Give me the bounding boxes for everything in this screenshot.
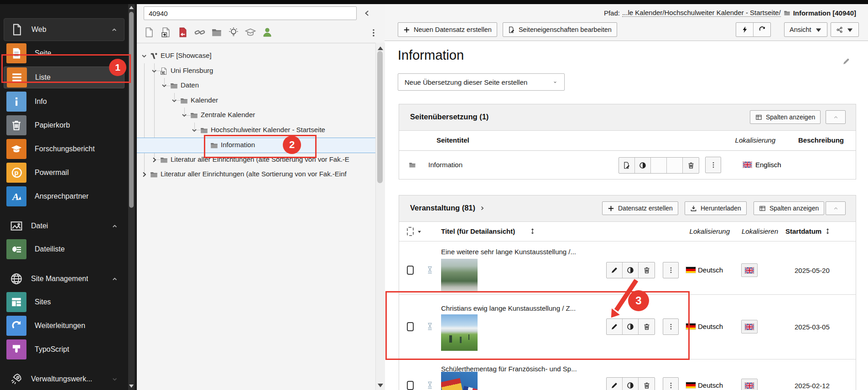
delete-record-button[interactable] [639, 262, 655, 278]
more-vertical-icon [710, 161, 717, 169]
collapse-panel-button[interactable] [826, 110, 846, 124]
tree-node[interactable]: Hochschulweiter Kalender - Startseite [137, 123, 375, 138]
sort-icon[interactable] [530, 228, 535, 235]
delete-record-button[interactable] [639, 378, 655, 390]
sidebar-item-sites[interactable]: Sites [4, 292, 125, 313]
scroll-down-icon[interactable] [378, 384, 383, 387]
edit-record-button[interactable] [607, 262, 623, 278]
clear-cache-button[interactable] [736, 23, 753, 36]
tree-expander-icon[interactable] [140, 52, 148, 60]
delete-record-button[interactable] [639, 319, 655, 334]
scroll-down-icon[interactable] [129, 385, 134, 388]
tree-node[interactable]: Zentrale Kalender [137, 108, 375, 123]
delete-record-button[interactable] [683, 158, 699, 173]
tree-expander-icon[interactable] [151, 156, 158, 164]
more-actions-button[interactable] [705, 157, 721, 173]
page-translation-panel: Seitenübersetzung (1) Spalten anzeigen S… [399, 104, 856, 180]
tree-node[interactable]: Literatur aller Einrichtungen (alte Sort… [137, 167, 375, 182]
row-checkbox[interactable] [407, 266, 414, 275]
more-actions-button[interactable] [663, 262, 679, 278]
sidebar-item-seite[interactable]: Seite [4, 43, 125, 64]
collapse-panel-button[interactable] [826, 201, 846, 215]
tree-node[interactable]: Uni Flensburg [137, 64, 375, 78]
create-record-button[interactable]: Datensatz erstellen [602, 201, 678, 215]
localize-english-button[interactable] [741, 379, 758, 390]
select-all-checkbox[interactable] [407, 227, 414, 236]
record-title[interactable]: Christians ewig lange Kunstausstellung /… [441, 304, 576, 312]
show-columns-button[interactable]: Spalten anzeigen [754, 201, 824, 215]
more-vertical-icon [668, 382, 674, 389]
folder-icon [783, 10, 791, 16]
hide-record-button[interactable] [623, 319, 639, 334]
tree-expander-icon[interactable] [151, 67, 158, 75]
tree-node[interactable]: Daten [137, 78, 375, 93]
more-actions-button[interactable] [663, 318, 679, 335]
column-titel[interactable]: Titel (für Detailansicht) [441, 227, 515, 235]
tree-node-icon [170, 82, 178, 90]
sidebar-item-forschungsbericht[interactable]: Forschungsbericht [4, 139, 125, 159]
row-checkbox[interactable] [407, 322, 414, 331]
tree-expander-icon[interactable] [181, 112, 188, 119]
sidebar-item-info[interactable]: Info [4, 91, 125, 112]
edit-page-properties-button[interactable]: Seiteneigenschaften bearbeiten [503, 22, 617, 37]
edit-record-button[interactable] [607, 319, 623, 334]
column-startdatum[interactable]: Startdatum [785, 227, 821, 235]
localize-english-button[interactable] [741, 263, 758, 277]
record-title[interactable]: Eine weitere sehr lange Kunstausstellung… [441, 248, 576, 256]
sidebar-item-datei[interactable]: Datei [4, 215, 125, 237]
sidebar-item-dateiliste[interactable]: Dateiliste [4, 239, 125, 260]
view-button[interactable]: Ansicht [784, 22, 827, 37]
trash-icon [643, 382, 650, 389]
sidebar-item-verwaltungswerk[interactable]: Verwaltungswerk... [4, 368, 125, 390]
tree-node[interactable]: EUF [Showcase] [137, 49, 375, 63]
sidebar-scroll-thumb[interactable] [129, 12, 134, 208]
sidebar-item-papierkorb[interactable]: Papierkorb [4, 115, 125, 136]
new-record-button[interactable]: Neuen Datensatz erstellen [398, 22, 497, 37]
caret-down-icon[interactable] [417, 230, 421, 233]
chevron-icon[interactable] [111, 276, 118, 282]
path-link[interactable]: ...le Kalender/Hochschulweiter Kalender … [622, 9, 781, 17]
edit-record-button[interactable] [619, 158, 635, 173]
edit-title-icon[interactable] [842, 57, 850, 65]
tree-expander-icon[interactable] [161, 82, 168, 89]
share-button[interactable] [831, 22, 859, 37]
tree-expander-icon[interactable] [191, 127, 198, 134]
sidebar-item-site-management[interactable]: Site Management [4, 268, 125, 290]
localize-english-button[interactable] [741, 320, 758, 334]
tree-node[interactable]: Kalender [137, 93, 375, 108]
sidebar-item-ansprechpartner[interactable]: A Ansprechpartner [4, 186, 125, 207]
sidebar-item-typoscript[interactable]: TypoScript [4, 339, 125, 360]
tree-node-icon [160, 156, 168, 164]
chevron-icon[interactable] [111, 26, 118, 33]
tree-node[interactable]: Literatur aller Einrichtungen (alte Sort… [137, 153, 375, 167]
show-columns-button[interactable]: Spalten anzeigen [750, 110, 821, 124]
uk-flag-icon [745, 383, 754, 389]
scroll-up-icon[interactable] [129, 6, 134, 9]
panel-title[interactable]: Veranstaltung (81) [410, 204, 485, 212]
tree-expander-icon[interactable] [171, 97, 178, 104]
edit-record-button[interactable] [607, 378, 623, 390]
reload-button[interactable] [753, 23, 770, 36]
sidebar-item-liste[interactable]: Liste [4, 67, 125, 88]
caret-down-icon [847, 26, 853, 33]
hide-record-button[interactable] [623, 262, 639, 278]
sidebar-item-powermail[interactable]: p Powermail [4, 162, 125, 183]
hide-record-button[interactable] [635, 158, 651, 173]
tree-node-icon [200, 126, 208, 134]
chevron-icon[interactable] [111, 223, 118, 230]
sort-icon[interactable] [825, 228, 830, 235]
chevron-icon[interactable] [111, 376, 118, 383]
new-translation-select[interactable]: Neue Übersetzung dieser Seite erstellen [398, 73, 565, 91]
tree-scroll-thumb[interactable] [377, 51, 383, 183]
more-actions-button[interactable] [663, 377, 679, 390]
download-button[interactable]: Herunterladen [685, 201, 747, 215]
hide-record-button[interactable] [623, 378, 639, 390]
scroll-up-icon[interactable] [378, 46, 383, 50]
row-checkbox[interactable] [407, 381, 414, 390]
event-row: Schülerthementag für Französisch- und Sp… [399, 359, 856, 390]
sidebar-item-weiterleitungen[interactable]: Weiterleitungen [4, 315, 125, 336]
tree-expander-icon[interactable] [140, 171, 148, 178]
sidebar-item-web[interactable]: Web [4, 18, 125, 41]
record-language: Deutsch [698, 381, 723, 389]
tree-node[interactable]: Information [137, 138, 375, 153]
